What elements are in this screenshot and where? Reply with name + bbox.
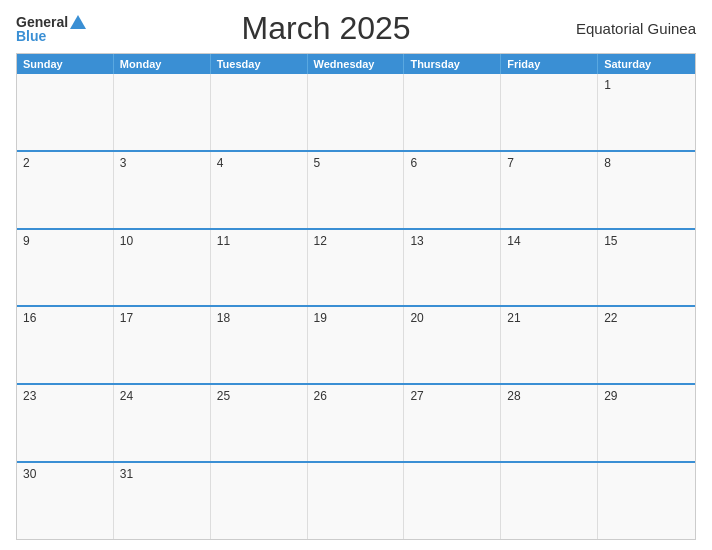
calendar-header: General Blue March 2025 Equatorial Guine… — [16, 10, 696, 53]
day-cell-empty — [17, 74, 114, 150]
days-header-row: Sunday Monday Tuesday Wednesday Thursday… — [17, 54, 695, 74]
day-cell-empty — [501, 463, 598, 539]
day-cell-14: 14 — [501, 230, 598, 306]
page: General Blue March 2025 Equatorial Guine… — [0, 0, 712, 550]
day-cell-27: 27 — [404, 385, 501, 461]
week-row-6: 30 31 — [17, 461, 695, 539]
day-cell-empty — [211, 74, 308, 150]
day-cell-7: 7 — [501, 152, 598, 228]
day-cell-19: 19 — [308, 307, 405, 383]
day-header-sunday: Sunday — [17, 54, 114, 74]
day-header-tuesday: Tuesday — [211, 54, 308, 74]
day-header-friday: Friday — [501, 54, 598, 74]
day-cell-21: 21 — [501, 307, 598, 383]
day-cell-5: 5 — [308, 152, 405, 228]
day-cell-10: 10 — [114, 230, 211, 306]
day-cell-1: 1 — [598, 74, 695, 150]
day-cell-empty — [404, 74, 501, 150]
day-cell-28: 28 — [501, 385, 598, 461]
calendar-grid: Sunday Monday Tuesday Wednesday Thursday… — [16, 53, 696, 540]
day-cell-29: 29 — [598, 385, 695, 461]
day-cell-empty — [501, 74, 598, 150]
day-header-wednesday: Wednesday — [308, 54, 405, 74]
logo-triangle-icon — [70, 15, 86, 29]
day-cell-empty — [211, 463, 308, 539]
day-cell-24: 24 — [114, 385, 211, 461]
logo-blue-text: Blue — [16, 29, 46, 43]
country-label: Equatorial Guinea — [566, 20, 696, 37]
week-row-1: 1 — [17, 74, 695, 150]
day-cell-9: 9 — [17, 230, 114, 306]
day-cell-23: 23 — [17, 385, 114, 461]
day-header-monday: Monday — [114, 54, 211, 74]
day-cell-18: 18 — [211, 307, 308, 383]
week-row-3: 9 10 11 12 13 14 15 — [17, 228, 695, 306]
day-cell-empty — [598, 463, 695, 539]
week-row-4: 16 17 18 19 20 21 22 — [17, 305, 695, 383]
week-row-2: 2 3 4 5 6 7 8 — [17, 150, 695, 228]
day-cell-20: 20 — [404, 307, 501, 383]
day-cell-3: 3 — [114, 152, 211, 228]
day-cell-31: 31 — [114, 463, 211, 539]
day-cell-empty — [308, 74, 405, 150]
day-cell-empty — [114, 74, 211, 150]
weeks-container: 1 2 3 4 5 6 7 8 9 10 11 12 13 14 15 — [17, 74, 695, 539]
day-cell-25: 25 — [211, 385, 308, 461]
day-cell-13: 13 — [404, 230, 501, 306]
day-cell-4: 4 — [211, 152, 308, 228]
day-cell-22: 22 — [598, 307, 695, 383]
day-cell-2: 2 — [17, 152, 114, 228]
day-cell-11: 11 — [211, 230, 308, 306]
day-cell-empty — [404, 463, 501, 539]
day-cell-12: 12 — [308, 230, 405, 306]
day-cell-16: 16 — [17, 307, 114, 383]
day-cell-17: 17 — [114, 307, 211, 383]
day-cell-8: 8 — [598, 152, 695, 228]
logo: General Blue — [16, 15, 86, 43]
day-cell-6: 6 — [404, 152, 501, 228]
week-row-5: 23 24 25 26 27 28 29 — [17, 383, 695, 461]
day-header-thursday: Thursday — [404, 54, 501, 74]
day-cell-30: 30 — [17, 463, 114, 539]
calendar-title: March 2025 — [86, 10, 566, 47]
day-cell-empty — [308, 463, 405, 539]
logo-general-text: General — [16, 15, 68, 29]
day-cell-26: 26 — [308, 385, 405, 461]
day-cell-15: 15 — [598, 230, 695, 306]
day-header-saturday: Saturday — [598, 54, 695, 74]
